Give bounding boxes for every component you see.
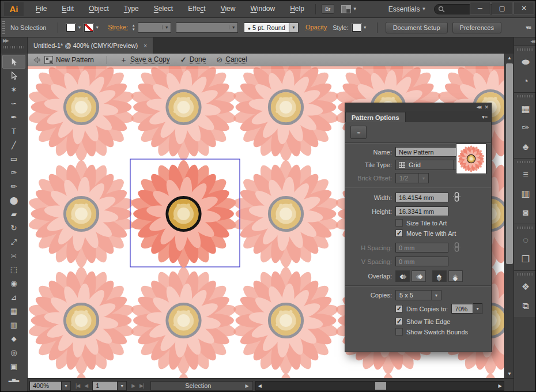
- workspace-switcher[interactable]: Essentials ▼: [365, 5, 426, 13]
- scroll-up-icon[interactable]: ▲: [505, 54, 514, 62]
- eraser-tool[interactable]: ▰: [2, 207, 25, 221]
- gradient-tool[interactable]: ▥: [2, 318, 25, 331]
- first-artboard-icon[interactable]: |◀: [76, 383, 80, 389]
- panel-title-bar[interactable]: ◀◀ ✕: [345, 103, 491, 111]
- pattern-tile-tool-button[interactable]: ▫▫: [350, 126, 367, 139]
- status-menu-icon[interactable]: ▶: [245, 383, 252, 389]
- opacity-link[interactable]: Opacity: [305, 24, 327, 31]
- gradient-panel-button[interactable]: ▥: [514, 184, 536, 203]
- menu-file[interactable]: File: [28, 1, 54, 17]
- magic-wand-tool[interactable]: ✶: [2, 82, 25, 96]
- arrange-documents-button[interactable]: ▼: [341, 5, 357, 13]
- dock-group-grip[interactable]: [517, 47, 534, 51]
- width-field[interactable]: 16.4154 mm: [395, 193, 448, 202]
- previous-artboard-icon[interactable]: ◀: [84, 383, 88, 389]
- direct-selection-tool[interactable]: [2, 69, 25, 82]
- dock-group-grip[interactable]: [517, 94, 534, 98]
- cancel-button[interactable]: Cancel: [225, 55, 247, 64]
- eyedropper-tool[interactable]: ⬥: [2, 331, 25, 345]
- zoom-dropdown-icon[interactable]: ▼: [62, 381, 71, 391]
- artboard-number-field[interactable]: 1: [92, 381, 118, 391]
- chevron-down-icon[interactable]: ▼: [95, 25, 99, 29]
- bridge-button[interactable]: Br: [322, 4, 334, 14]
- move-tile-with-art-checkbox[interactable]: [395, 229, 403, 237]
- height-field[interactable]: 16.3341 mm: [395, 206, 448, 216]
- dock-group-grip[interactable]: [517, 272, 534, 276]
- type-tool[interactable]: T: [2, 124, 25, 138]
- menu-effect[interactable]: Effect: [180, 1, 213, 17]
- free-transform-tool[interactable]: ⬚: [2, 262, 25, 276]
- show-tile-edge-checkbox[interactable]: [395, 318, 403, 325]
- overlap-left-in-front-button[interactable]: ◆◆: [395, 270, 410, 282]
- panel-menu-icon[interactable]: ▾≡: [482, 114, 488, 120]
- panel-collapse-icon[interactable]: ◀◀: [477, 105, 481, 110]
- stroke-weight-stepper[interactable]: ▲▼: [130, 24, 137, 32]
- selection-tool[interactable]: [2, 55, 25, 69]
- dock-collapse-icon[interactable]: ◀◀: [514, 37, 536, 46]
- menu-edit[interactable]: Edit: [54, 1, 81, 17]
- status-display[interactable]: Selection ▶: [150, 381, 253, 391]
- symbols-panel-button[interactable]: ♣: [514, 137, 536, 156]
- close-button[interactable]: ✕: [514, 2, 534, 14]
- horizontal-scrollbar-thumb[interactable]: [375, 382, 386, 390]
- next-artboard-icon[interactable]: ▶: [131, 383, 135, 389]
- column-graph-tool[interactable]: ▂▅▃: [2, 373, 25, 387]
- document-tab[interactable]: Untitled-1* @ 400% (CMYK/Preview) ×: [28, 37, 153, 54]
- lasso-tool[interactable]: ∽: [2, 96, 25, 110]
- toolbar-collapse-icon[interactable]: ▶▶: [3, 38, 7, 43]
- overlap-bottom-in-front-button[interactable]: ◆◆: [448, 270, 463, 282]
- scale-tool[interactable]: ⤢: [2, 235, 25, 248]
- tile-type-dropdown[interactable]: Grid ▼: [395, 160, 463, 170]
- paintbrush-tool[interactable]: ✑: [2, 165, 25, 179]
- last-artboard-icon[interactable]: ▶|: [139, 383, 144, 389]
- rotate-tool[interactable]: ↻: [2, 221, 25, 235]
- menu-select[interactable]: Select: [146, 1, 180, 17]
- vertical-scrollbar-thumb[interactable]: [506, 63, 513, 264]
- menu-view[interactable]: View: [213, 1, 243, 17]
- fill-swatch[interactable]: [66, 24, 76, 32]
- scroll-right-icon[interactable]: ▶: [496, 383, 504, 389]
- menu-window[interactable]: Window: [243, 1, 282, 17]
- style-swatch[interactable]: [352, 24, 361, 32]
- dim-copies-dropdown-icon[interactable]: ▼: [473, 303, 482, 314]
- chevron-down-icon[interactable]: ▼: [77, 25, 81, 29]
- stroke-link[interactable]: Stroke:: [108, 24, 128, 31]
- rectangle-tool[interactable]: ▭: [2, 152, 25, 165]
- document-setup-button[interactable]: Document Setup: [386, 22, 448, 33]
- dock-group-grip[interactable]: [517, 225, 534, 229]
- vertical-scrollbar[interactable]: ▲ ▼: [504, 54, 514, 378]
- artboard-dropdown-icon[interactable]: ▼: [118, 381, 127, 391]
- preferences-button[interactable]: Preferences: [452, 22, 501, 33]
- brush-definition-dropdown[interactable]: ● 5 pt. Round ▼: [244, 22, 299, 33]
- dim-copies-checkbox[interactable]: [395, 305, 403, 312]
- toolbar-grip[interactable]: [3, 46, 25, 48]
- overlap-right-in-front-button[interactable]: ◆◆: [412, 270, 426, 282]
- dock-group-grip[interactable]: [517, 160, 534, 164]
- transparency-panel-button[interactable]: ◙: [514, 203, 536, 222]
- control-panel-menu-icon[interactable]: ▾≡: [526, 24, 531, 31]
- menu-object[interactable]: Object: [81, 1, 116, 17]
- save-a-copy-button[interactable]: Save a Copy: [130, 55, 170, 64]
- pen-tool[interactable]: ✒: [2, 110, 25, 124]
- artboards-panel-button[interactable]: ⧉: [514, 296, 536, 315]
- symbol-sprayer-tool[interactable]: ▣: [2, 359, 25, 373]
- copies-dropdown[interactable]: 5 x 5 ▼: [395, 290, 441, 300]
- color-panel-button[interactable]: ⬬: [514, 52, 536, 71]
- size-tile-to-art-checkbox[interactable]: [395, 219, 403, 227]
- scroll-down-icon[interactable]: ▼: [505, 370, 514, 378]
- link-dimensions-icon[interactable]: [453, 191, 460, 203]
- mesh-tool[interactable]: ▦: [2, 304, 25, 318]
- appearance-panel-button[interactable]: ◌: [514, 231, 536, 250]
- done-button[interactable]: Done: [190, 55, 206, 64]
- panel-grip[interactable]: [2, 21, 5, 34]
- minimize-button[interactable]: ─: [470, 2, 490, 14]
- menu-help[interactable]: Help: [282, 1, 312, 17]
- line-segment-tool[interactable]: ╱: [2, 138, 25, 152]
- graphic-styles-panel-button[interactable]: ❐: [514, 250, 536, 269]
- maximize-button[interactable]: ▢: [492, 2, 512, 14]
- dim-copies-field[interactable]: 70%: [451, 304, 473, 314]
- brushes-panel-button[interactable]: ✑: [514, 118, 536, 137]
- panel-close-icon[interactable]: ✕: [484, 104, 489, 110]
- blend-tool[interactable]: ◎: [2, 345, 25, 359]
- perspective-grid-tool[interactable]: ⊿: [2, 290, 25, 304]
